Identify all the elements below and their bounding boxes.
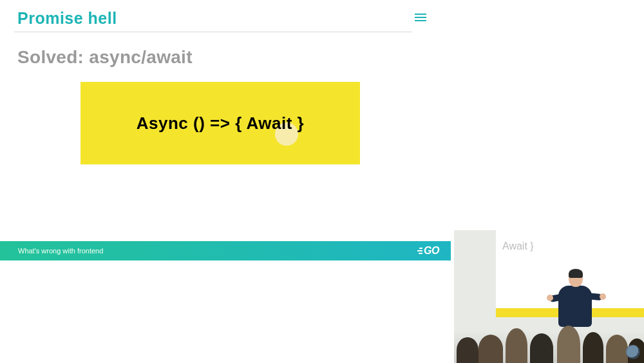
menu-icon[interactable] [415, 12, 426, 23]
go-logo-text: GO [424, 245, 439, 257]
slide-subtitle: Solved: async/await [17, 47, 193, 68]
title-divider [14, 32, 412, 32]
code-highlight-box: Async () => { Await } [80, 82, 360, 164]
go-logo: GO [416, 245, 439, 257]
speaker-figure [552, 268, 597, 332]
slide-title: Promise hell [17, 9, 117, 28]
presentation-slide: Promise hell Solved: async/await Async (… [0, 0, 451, 264]
event-logo-icon [626, 345, 640, 359]
code-snippet: Async () => { Await } [137, 113, 304, 133]
projected-slide-text: Await } [502, 240, 534, 252]
footer-talk-title: What's wrong with frontend [18, 247, 103, 255]
blank-area [0, 260, 454, 363]
audience [454, 331, 644, 363]
speaker-camera-overlay: Await } [454, 230, 644, 363]
go-speed-lines-icon [416, 247, 422, 255]
slide-footer: What's wrong with frontend GO [0, 241, 451, 260]
